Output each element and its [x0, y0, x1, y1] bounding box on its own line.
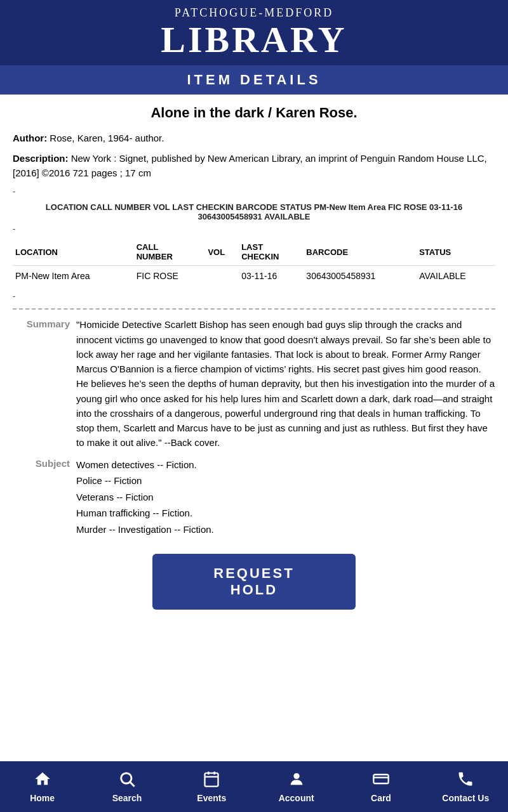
main-content: Alone in the dark / Karen Rose. Author: … [0, 95, 508, 671]
nav-item-events[interactable]: Events [170, 761, 254, 812]
col-call-number: CALLNUMBER [134, 239, 206, 266]
subject-item: Human trafficking -- Fiction. [76, 505, 495, 521]
home-icon [34, 770, 51, 790]
nav-item-card[interactable]: Card [338, 761, 423, 812]
request-hold-container: REQUEST HOLD [13, 544, 495, 660]
nav-label-account: Account [279, 793, 314, 803]
nav-item-search[interactable]: Search [84, 761, 169, 812]
col-last-checkin: LASTCHECKIN [239, 239, 304, 266]
author-row: Author: Rose, Karen, 1964- author. [13, 131, 495, 146]
page-header: PATCHOGUE-MEDFORD LIBRARY ITEM DETAILS [0, 0, 508, 95]
col-location: LOCATION [13, 239, 134, 266]
nav-item-home[interactable]: Home [0, 761, 84, 812]
author-value: Rose, Karen, 1964- author. [50, 133, 164, 143]
subject-item: Women detectives -- Fiction. [76, 457, 495, 473]
table-row: PM-New Item AreaFIC ROSE03-11-1630643005… [13, 266, 495, 287]
description-value: New York : Signet, published by New Amer… [13, 153, 487, 178]
bottom-navigation: HomeSearchEventsAccountCardContact Us [0, 761, 508, 812]
subject-item: Police -- Fiction [76, 473, 495, 489]
svg-point-6 [293, 773, 299, 779]
library-name-main: LIBRARY [0, 20, 508, 60]
dash-spacer-3: - [13, 291, 495, 301]
phone-icon [457, 770, 474, 790]
col-vol: VOL [205, 239, 239, 266]
table-cell [205, 266, 239, 287]
author-label: Author: [13, 133, 47, 143]
summary-label: Summary [13, 317, 70, 450]
summary-text: "Homicide Detective Scarlett Bishop has … [76, 317, 495, 450]
request-hold-button[interactable]: REQUEST HOLD [152, 554, 356, 610]
table-cell: PM-New Item Area [13, 266, 134, 287]
svg-point-0 [121, 773, 131, 783]
table-cell: 30643005458931 [304, 266, 417, 287]
subject-list: Women detectives -- Fiction.Police -- Fi… [76, 457, 495, 538]
subject-item: Veterans -- Fiction [76, 489, 495, 506]
search-icon [118, 770, 136, 790]
nav-label-search: Search [112, 793, 142, 803]
svg-line-1 [130, 782, 134, 786]
card-icon [372, 770, 390, 790]
dash-spacer-1: - [13, 187, 495, 196]
nav-item-contact[interactable]: Contact Us [424, 761, 508, 812]
svg-rect-2 [205, 773, 218, 787]
nav-label-home: Home [30, 793, 55, 803]
dash-spacer-2: - [13, 224, 495, 233]
section-divider [13, 308, 495, 310]
subject-section: Subject Women detectives -- Fiction.Poli… [13, 457, 495, 538]
table-cell: 03-11-16 [239, 266, 304, 287]
holdings-summary-line: LOCATION CALL NUMBER VOL LAST CHECKIN BA… [13, 202, 495, 221]
subject-label: Subject [13, 457, 70, 538]
person-icon [288, 770, 305, 790]
col-status: STATUS [417, 239, 495, 266]
library-name-top: PATCHOGUE-MEDFORD [0, 6, 508, 20]
col-barcode: BARCODE [304, 239, 417, 266]
page-subtitle: ITEM DETAILS [0, 65, 508, 95]
calendar-icon [203, 770, 220, 790]
subject-item: Murder -- Investigation -- Fiction. [76, 521, 495, 538]
nav-item-account[interactable]: Account [254, 761, 338, 812]
holdings-table: LOCATION CALLNUMBER VOL LASTCHECKIN BARC… [13, 239, 495, 286]
svg-rect-7 [373, 775, 388, 783]
nav-label-events: Events [197, 793, 226, 803]
description-row: Description: New York : Signet, publishe… [13, 152, 495, 180]
description-label: Description: [13, 153, 69, 164]
book-title: Alone in the dark / Karen Rose. [13, 105, 495, 121]
table-cell: AVAILABLE [417, 266, 495, 287]
table-cell: FIC ROSE [134, 266, 206, 287]
summary-section: Summary "Homicide Detective Scarlett Bis… [13, 317, 495, 450]
nav-label-card: Card [371, 793, 391, 803]
nav-label-contact: Contact Us [442, 793, 489, 803]
